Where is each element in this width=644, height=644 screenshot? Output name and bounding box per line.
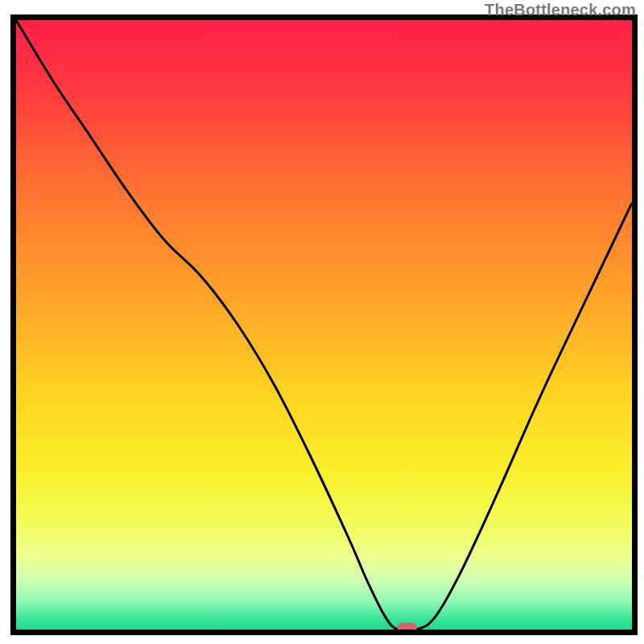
watermark-text: TheBottleneck.com	[485, 1, 636, 19]
plot-area	[16, 20, 632, 634]
bottleneck-chart	[0, 0, 644, 644]
chart-container: TheBottleneck.com	[0, 0, 644, 644]
gradient-background	[16, 20, 632, 630]
